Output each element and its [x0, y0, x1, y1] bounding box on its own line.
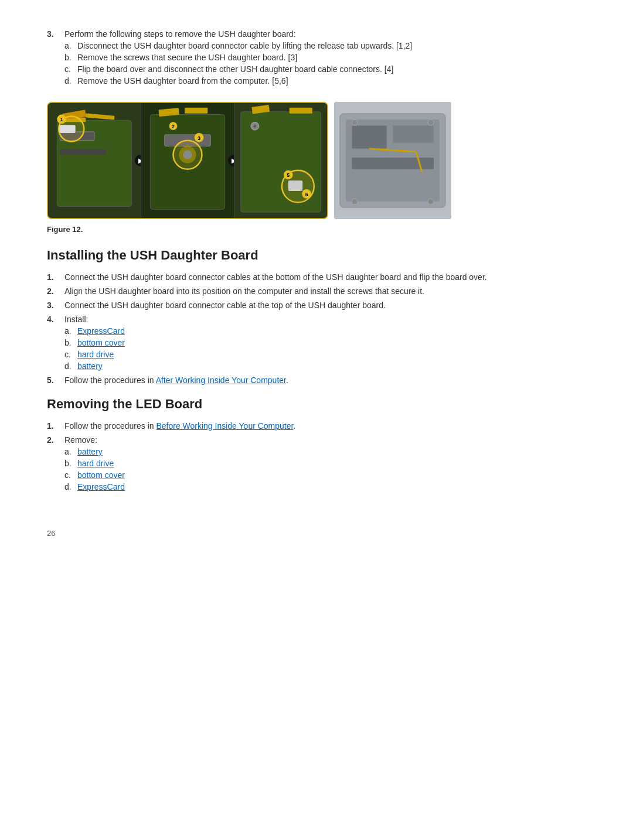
svg-text:1: 1	[60, 117, 63, 122]
figure-panel-1: 1 ▶	[48, 103, 141, 218]
svg-point-45	[428, 199, 434, 204]
bottom-cover-link-led[interactable]: bottom cover	[77, 470, 125, 480]
led-step-1: 1. Follow the procedures in Before Worki…	[47, 421, 586, 431]
svg-rect-13	[185, 108, 207, 114]
install-item-b: b. bottom cover	[64, 338, 125, 347]
svg-text:2: 2	[172, 124, 175, 129]
expresscard-link-led[interactable]: ExpressCard	[77, 482, 125, 491]
after-working-link[interactable]: After Working Inside Your Computer	[156, 375, 286, 385]
laptop-interior-svg	[334, 102, 451, 219]
led-step-1-pre: Follow the procedures in	[64, 421, 156, 431]
step-3b: b. Remove the screws that secure the USH…	[64, 53, 412, 62]
install-step-5: 5. Follow the procedures in After Workin…	[47, 375, 586, 385]
hard-drive-link-led[interactable]: hard drive	[77, 459, 114, 468]
battery-link-led[interactable]: battery	[77, 447, 103, 456]
before-working-link[interactable]: Before Working Inside Your Computer	[156, 421, 293, 431]
figure-caption: Figure 12.	[47, 225, 586, 234]
install-step-3-num: 3.	[47, 301, 64, 310]
install-step-4: 4. Install: a. ExpressCard b. bottom cov…	[47, 315, 586, 373]
install-step-2-text: Align the USH daughter board into its po…	[64, 286, 424, 296]
install-item-a-label: a.	[64, 326, 77, 336]
install-step-3: 3. Connect the USH daughter board connec…	[47, 301, 586, 310]
pcb-visual-2: 3 2	[141, 103, 234, 218]
install-item-d: d. battery	[64, 361, 125, 371]
step-3a-label: a.	[64, 41, 77, 50]
step-3d-text: Remove the USH daughter board from the c…	[77, 76, 288, 86]
install-step-5-body: Follow the procedures in After Working I…	[64, 375, 288, 385]
install-item-c: c. hard drive	[64, 350, 125, 359]
svg-rect-3	[86, 113, 114, 119]
led-item-a-label: a.	[64, 447, 77, 456]
step-3a: a. Disconnect the USH daughter board con…	[64, 41, 412, 50]
svg-point-44	[352, 199, 358, 204]
install-step-1-text: Connect the USH daughter board connector…	[64, 272, 487, 282]
led-step-1-post: .	[293, 421, 295, 431]
expresscard-link-install[interactable]: ExpressCard	[77, 326, 125, 336]
install-step-4-body: Install: a. ExpressCard b. bottom cover …	[64, 315, 125, 373]
step-3b-label: b.	[64, 53, 77, 62]
svg-text:6: 6	[305, 192, 308, 197]
svg-point-22	[183, 150, 192, 159]
svg-rect-5	[60, 149, 106, 155]
figure-12-side	[334, 102, 451, 219]
svg-rect-25	[290, 108, 312, 114]
step-3d-label: d.	[64, 76, 77, 86]
install-section-title: Installing the USH Daughter Board	[47, 248, 586, 263]
svg-point-46	[352, 119, 358, 125]
install-step-1: 1. Connect the USH daughter board connec…	[47, 272, 586, 282]
pcb-visual-1: 1	[48, 103, 141, 218]
led-item-c: c. bottom cover	[64, 470, 125, 480]
led-item-b-label: b.	[64, 459, 77, 468]
install-step-4-text: Install:	[64, 315, 88, 324]
figure-panel-3: 5 6	[234, 103, 327, 218]
figure-panel-2: 3 2 ▶	[141, 103, 234, 218]
led-step-2-num: 2.	[47, 435, 64, 494]
install-item-d-label: d.	[64, 361, 77, 371]
led-item-a: a. battery	[64, 447, 125, 456]
led-step-2-body: Remove: a. battery b. hard drive c. bott…	[64, 435, 125, 494]
install-step-2: 2. Align the USH daughter board into its…	[47, 286, 586, 296]
step-3b-text: Remove the screws that secure the USH da…	[77, 53, 297, 62]
step-3-substeps: a. Disconnect the USH daughter board con…	[64, 41, 412, 86]
led-item-d: d. ExpressCard	[64, 482, 125, 491]
install-step-5-pre: Follow the procedures in	[64, 375, 156, 385]
led-section-title: Removing the LED Board	[47, 397, 586, 412]
step-3c: c. Flip the board over and disconnect th…	[64, 64, 412, 74]
step-3-row: 3. Perform the following steps to remove…	[47, 29, 586, 88]
page-number: 26	[47, 529, 586, 538]
svg-rect-39	[352, 125, 387, 149]
install-step-3-text: Connect the USH daughter board connector…	[64, 301, 386, 310]
step-3d: d. Remove the USH daughter board from th…	[64, 76, 412, 86]
led-step-2-text: Remove:	[64, 435, 97, 445]
install-step-4-num: 4.	[47, 315, 64, 373]
led-item-b: b. hard drive	[64, 459, 125, 468]
led-remove-items: a. battery b. hard drive c. bottom cover…	[64, 447, 125, 491]
battery-link-install[interactable]: battery	[77, 361, 103, 371]
svg-text:5: 5	[287, 172, 290, 178]
install-item-a: a. ExpressCard	[64, 326, 125, 336]
led-item-d-label: d.	[64, 482, 77, 491]
led-step-1-body: Follow the procedures in Before Working …	[64, 421, 295, 431]
install-item-b-label: b.	[64, 338, 77, 347]
install-step-1-num: 1.	[47, 272, 64, 282]
led-item-c-label: c.	[64, 470, 77, 480]
led-steps: 1. Follow the procedures in Before Worki…	[47, 421, 586, 494]
svg-point-47	[428, 119, 434, 125]
page-content: Perform the following steps to remove th…	[47, 29, 586, 538]
install-steps: 1. Connect the USH daughter board connec…	[47, 272, 586, 385]
step-3-body: Perform the following steps to remove th…	[64, 29, 412, 88]
install-item-c-label: c.	[64, 350, 77, 359]
led-step-2: 2. Remove: a. battery b. hard drive c. b…	[47, 435, 586, 494]
pcb-visual-3: 5 6	[234, 103, 327, 218]
install-step-2-num: 2.	[47, 286, 64, 296]
svg-rect-28	[288, 180, 303, 191]
step-3c-text: Flip the board over and disconnect the o…	[77, 64, 393, 74]
bottom-cover-link-install[interactable]: bottom cover	[77, 338, 125, 347]
install-items: a. ExpressCard b. bottom cover c. hard d…	[64, 326, 125, 371]
led-step-1-num: 1.	[47, 421, 64, 431]
svg-rect-40	[393, 125, 434, 143]
svg-text:3: 3	[198, 135, 200, 141]
step-3-label: 3.	[47, 29, 64, 88]
hard-drive-link-install[interactable]: hard drive	[77, 350, 114, 359]
svg-rect-10	[59, 125, 75, 133]
